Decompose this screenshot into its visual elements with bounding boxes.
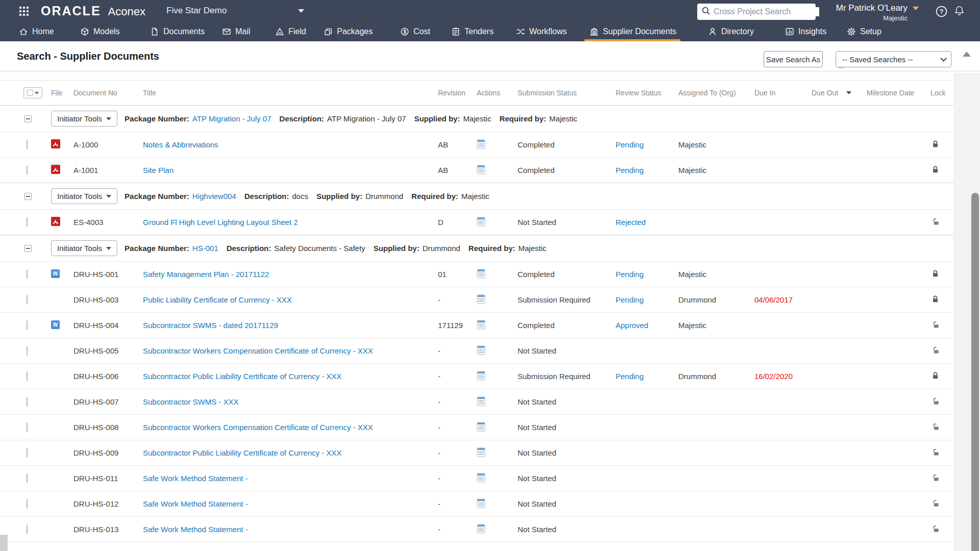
column-header-review-status[interactable]: Review Status (616, 89, 678, 97)
nav-item-documents[interactable]: Documents (150, 21, 205, 41)
column-header-assigned-to[interactable]: Assigned To (Org) (678, 89, 754, 97)
nav-item-packages[interactable]: Packages (324, 21, 373, 41)
document-title-link[interactable]: Notes & Abbreviations (143, 140, 218, 149)
nav-item-directory[interactable]: Directory (708, 21, 754, 41)
nav-item-cost[interactable]: $Cost (400, 21, 430, 41)
document-title-link[interactable]: Subcontractor Workers Compensation Certi… (143, 423, 373, 432)
column-header-title[interactable]: Title (143, 89, 438, 97)
row-checkbox[interactable] (27, 524, 28, 534)
vertical-scrollbar-track[interactable] (953, 73, 980, 551)
saved-searches-select[interactable]: -- Saved Searches -- (836, 51, 951, 67)
initiator-tools-button[interactable]: Initiator Tools (51, 240, 117, 256)
user-menu[interactable]: Mr Patrick O'Leary Majestic (836, 3, 919, 22)
nav-item-tenders[interactable]: Tenders (451, 21, 494, 41)
row-checkbox[interactable] (27, 295, 28, 305)
actions-table-icon[interactable] (477, 524, 485, 534)
review-status-link[interactable]: Approved (616, 321, 648, 330)
review-status-link[interactable]: Pending (616, 372, 644, 381)
row-checkbox[interactable] (27, 422, 28, 432)
project-switcher[interactable]: Five Star Demo (166, 6, 304, 16)
actions-table-icon[interactable] (477, 345, 485, 355)
row-checkbox[interactable] (27, 473, 28, 483)
column-header-lock[interactable]: Lock (926, 89, 953, 97)
actions-table-icon[interactable] (477, 217, 485, 227)
document-title-link[interactable]: Safe Work Method Statement - (143, 474, 248, 483)
row-checkbox[interactable] (27, 269, 28, 279)
actions-table-icon[interactable] (477, 139, 485, 149)
actions-table-icon[interactable] (477, 473, 485, 483)
actions-table-icon[interactable] (477, 371, 485, 381)
nav-item-insights[interactable]: Insights (785, 21, 826, 41)
pdf-file-icon[interactable] (51, 165, 60, 174)
column-header-milestone-date[interactable]: Milestone Date (863, 89, 926, 97)
document-title-link[interactable]: Safety Management Plan - 20171122 (143, 270, 269, 279)
help-icon[interactable]: ? (935, 5, 947, 17)
review-status-link[interactable]: Pending (616, 270, 644, 279)
row-checkbox[interactable] (27, 346, 28, 356)
notifications-bell-icon[interactable] (953, 5, 966, 17)
group-package-number-value[interactable]: HS-001 (192, 244, 218, 253)
row-checkbox[interactable] (27, 371, 28, 381)
actions-table-icon[interactable] (477, 294, 485, 304)
actions-table-icon[interactable] (477, 447, 485, 457)
actions-table-icon[interactable] (477, 269, 485, 279)
initiator-tools-button[interactable]: Initiator Tools (51, 111, 117, 127)
review-status-link[interactable]: Pending (616, 295, 644, 304)
row-checkbox[interactable] (27, 217, 28, 227)
search-input[interactable] (714, 7, 819, 16)
word-file-icon[interactable]: W (51, 320, 60, 329)
nav-item-home[interactable]: Home (19, 21, 54, 41)
row-checkbox[interactable] (27, 165, 28, 175)
app-launcher-grid-icon[interactable] (19, 6, 29, 16)
row-checkbox[interactable] (27, 140, 28, 149)
initiator-tools-button[interactable]: Initiator Tools (51, 188, 117, 204)
pdf-file-icon[interactable] (51, 217, 60, 226)
group-package-number-value[interactable]: ATP Migration - July 07 (192, 114, 272, 123)
nav-item-models[interactable]: Models (80, 21, 120, 41)
nav-item-field[interactable]: Field (275, 21, 306, 41)
document-title-link[interactable]: Subcontractor Workers Compensation Certi… (143, 346, 373, 355)
row-checkbox[interactable] (27, 499, 28, 509)
document-title-link[interactable]: Subcontractor Public Liability Certifica… (143, 448, 341, 457)
column-header-due-out[interactable]: Due Out (812, 89, 863, 97)
actions-table-icon[interactable] (477, 498, 485, 508)
collapse-group-icon[interactable] (24, 115, 32, 122)
actions-table-icon[interactable] (477, 396, 485, 406)
review-status-link[interactable]: Rejected (616, 218, 646, 227)
column-header-document-no[interactable]: Document No (74, 89, 143, 97)
scroll-up-arrow[interactable] (963, 52, 971, 57)
collapse-group-icon[interactable] (24, 193, 32, 200)
nav-item-mail[interactable]: Mail (222, 21, 250, 41)
actions-table-icon[interactable] (477, 165, 485, 174)
column-header-submission-status[interactable]: Submission Status (513, 89, 616, 97)
document-title-link[interactable]: Ground Fl High Level Lighting Layout She… (143, 218, 298, 227)
collapse-group-icon[interactable] (24, 245, 32, 252)
review-status-link[interactable]: Pending (616, 166, 644, 174)
column-header-actions[interactable]: Actions (477, 89, 513, 97)
document-title-link[interactable]: Site Plan (143, 166, 174, 174)
nav-item-supplier-documents[interactable]: Supplier Documents (590, 21, 676, 41)
document-title-link[interactable]: Safe Work Method Statement - (143, 525, 248, 534)
pdf-file-icon[interactable] (51, 139, 60, 148)
column-header-due-in[interactable]: Due In (754, 89, 812, 97)
actions-table-icon[interactable] (477, 422, 485, 432)
vertical-scrollbar-thumb[interactable] (971, 193, 979, 551)
row-checkbox[interactable] (27, 397, 28, 407)
document-title-link[interactable]: Subcontractor Public Liability Certifica… (143, 372, 341, 381)
review-status-link[interactable]: Pending (616, 140, 644, 149)
document-title-link[interactable]: Subcontractor SWMS - XXX (143, 397, 239, 406)
select-all-control[interactable] (22, 87, 51, 98)
nav-item-workflows[interactable]: Workflows (516, 21, 567, 41)
document-title-link[interactable]: Subcontractor SWMS - dated 20171129 (143, 321, 278, 330)
document-title-link[interactable]: Safe Work Method Statement - (143, 499, 248, 508)
actions-table-icon[interactable] (477, 320, 485, 330)
row-checkbox[interactable] (27, 448, 28, 458)
document-title-link[interactable]: Public Liability Certificate of Currency… (143, 295, 292, 304)
save-search-as-button[interactable]: Save Search As (764, 51, 823, 67)
word-file-icon[interactable]: W (51, 269, 60, 278)
nav-item-setup[interactable]: Setup (847, 21, 881, 41)
column-header-file[interactable]: File (51, 89, 74, 97)
row-checkbox[interactable] (27, 320, 28, 330)
column-header-revision[interactable]: Revision (438, 89, 477, 97)
select-all-checkbox[interactable] (27, 90, 33, 96)
